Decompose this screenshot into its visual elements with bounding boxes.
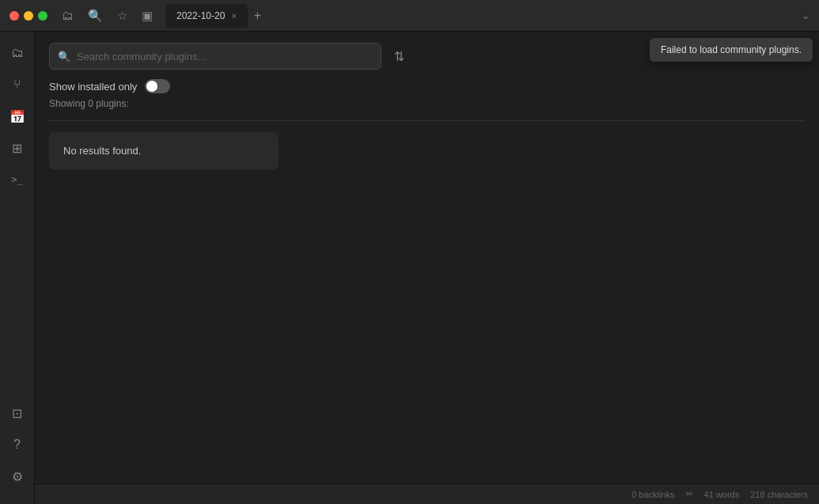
no-results-card: No results found. (49, 132, 279, 169)
characters-count: 218 characters (750, 490, 808, 499)
close-button[interactable] (9, 11, 19, 21)
show-installed-label: Show installed only (49, 81, 137, 93)
search-icon: 🔍 (58, 51, 70, 63)
titlebar: 🗂 🔍 ☆ ▣ 2022-10-20 × + ⌄ (0, 0, 819, 32)
error-tooltip-text: Failed to load community plugins. (661, 44, 802, 55)
sidebar-item-calendar[interactable]: 📅 (4, 103, 31, 130)
titlebar-icons: 🗂 🔍 ☆ ▣ (62, 9, 153, 23)
maximize-button[interactable] (38, 11, 47, 21)
sidebar-bottom: ⊡ ? ⚙ (4, 400, 31, 496)
words-count: 41 words (704, 490, 740, 499)
showing-count-label: Showing 0 plugins: (49, 98, 805, 109)
content-area: Failed to load community plugins. 🔍 ⇅ ∧ … (35, 32, 819, 504)
sidebar-item-kanban[interactable]: ⊞ (4, 135, 31, 161)
search-input[interactable] (77, 51, 373, 63)
edit-icon-status: ✏ (686, 489, 693, 499)
sidebar-item-terminal[interactable]: >_ (4, 166, 31, 193)
tab-close-icon[interactable]: × (231, 11, 236, 21)
kanban-icon: ⊞ (12, 141, 22, 156)
graph-icon: ⑂ (13, 78, 21, 92)
minimize-button[interactable] (24, 11, 33, 21)
sidebar: 🗂 ⑂ 📅 ⊞ >_ ⊡ ? ⚙ (0, 32, 35, 504)
calendar-icon: 📅 (9, 109, 25, 124)
sidebar-item-graph[interactable]: ⑂ (4, 71, 31, 98)
words-status: 41 words (704, 490, 740, 499)
search-bar: 🔍 (49, 43, 381, 70)
no-results-text: No results found. (63, 145, 141, 157)
backlinks-count: 0 backlinks (631, 490, 674, 499)
titlebar-right: ⌄ (802, 10, 810, 21)
main-layout: 🗂 ⑂ 📅 ⊞ >_ ⊡ ? ⚙ Fai (0, 32, 819, 504)
active-tab[interactable]: 2022-10-20 × (165, 4, 248, 28)
sidebar-item-settings[interactable]: ⚙ (4, 463, 31, 490)
sort-icon[interactable]: ⇅ (394, 49, 404, 64)
sidebar-item-files[interactable]: 🗂 (4, 40, 31, 66)
files-icon: 🗂 (11, 46, 24, 60)
tab-bar: 2022-10-20 × + (165, 4, 795, 28)
edit-icon: ✏ (686, 489, 693, 499)
error-tooltip: Failed to load community plugins. (650, 38, 813, 62)
divider (49, 120, 805, 121)
characters-status: 218 characters (750, 490, 808, 499)
traffic-lights (9, 11, 47, 21)
sidebar-item-vault[interactable]: ⊡ (4, 400, 31, 426)
show-installed-row: Show installed only (49, 79, 805, 93)
layout-nav-icon[interactable]: ▣ (142, 9, 153, 23)
settings-icon: ⚙ (12, 469, 23, 484)
files-nav-icon[interactable]: 🗂 (62, 9, 74, 22)
chevron-down-icon[interactable]: ⌄ (802, 10, 810, 21)
backlinks-status: 0 backlinks (631, 490, 674, 499)
search-nav-icon[interactable]: 🔍 (88, 9, 103, 23)
show-installed-toggle[interactable] (145, 79, 170, 93)
vault-icon: ⊡ (12, 406, 22, 421)
bookmark-nav-icon[interactable]: ☆ (117, 9, 127, 23)
sidebar-item-help[interactable]: ? (4, 431, 31, 458)
statusbar: 0 backlinks ✏ 41 words 218 characters (35, 483, 819, 504)
plugins-panel: Failed to load community plugins. 🔍 ⇅ ∧ … (35, 32, 819, 483)
toggle-knob (146, 81, 157, 92)
help-icon: ? (13, 438, 21, 452)
tab-title: 2022-10-20 (176, 10, 225, 21)
new-tab-button[interactable]: + (254, 9, 261, 23)
